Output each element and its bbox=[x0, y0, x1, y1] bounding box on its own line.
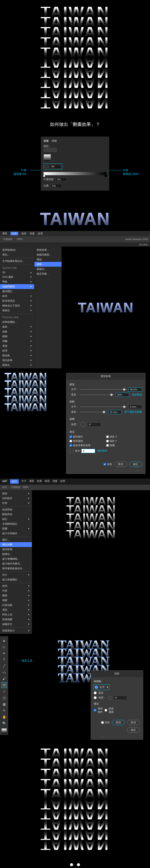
menu-item[interactable]: 對齊▸ bbox=[0, 501, 32, 505]
gradient-stop-right[interactable] bbox=[105, 175, 107, 177]
ok-button[interactable]: 確定 bbox=[129, 462, 142, 467]
opacity-value[interactable]: 100% bbox=[23, 486, 28, 489]
menu-item[interactable]: 剪裁遮色片▸ bbox=[0, 628, 32, 633]
position-input[interactable] bbox=[51, 184, 62, 188]
menu-item[interactable]: 選色... bbox=[0, 252, 34, 257]
menu-item[interactable]: 筆觸▸ bbox=[0, 339, 34, 344]
axis-angle-radio[interactable] bbox=[94, 696, 97, 699]
menu-view[interactable]: 檢視 bbox=[21, 232, 26, 235]
angle-dial-icon[interactable] bbox=[80, 422, 85, 427]
mh-slider[interactable] bbox=[80, 407, 126, 407]
menu-type[interactable]: 文字 bbox=[21, 479, 26, 484]
menu-item[interactable]: 圖樣▸ bbox=[0, 593, 32, 598]
menu-item-pathfinder[interactable]: 路徑管理員▸ bbox=[0, 299, 34, 303]
opt-obj[interactable]: 變形物件 bbox=[94, 707, 103, 714]
axis-h-radio[interactable] bbox=[95, 686, 98, 689]
menu-item[interactable]: 藝術風▸ bbox=[0, 353, 34, 358]
tab-gradient[interactable]: 漸層 bbox=[44, 139, 49, 143]
angle-dial-icon[interactable] bbox=[45, 165, 48, 168]
menu-item-expand-appearance[interactable]: 擴充外觀 bbox=[0, 542, 32, 547]
menu-item[interactable]: 製作像素級最佳化 bbox=[0, 566, 32, 571]
eraser-tool-icon[interactable]: ◫ bbox=[1, 695, 7, 701]
reflect-tool-icon[interactable]: ⟲ bbox=[1, 682, 7, 688]
menu-item[interactable]: 漸變▸ bbox=[0, 598, 32, 603]
menu-item[interactable]: 點陣化... bbox=[0, 552, 32, 557]
opt-scale-strokes[interactable]: 縮放筆畫和效果 bbox=[70, 444, 105, 447]
opt-pattern[interactable]: 變形圖樣 bbox=[105, 707, 114, 714]
submenu-item[interactable]: 粗糙效果... bbox=[34, 248, 61, 252]
menu-item[interactable]: 影像描圖▸ bbox=[0, 617, 32, 622]
copies-input[interactable] bbox=[81, 449, 95, 453]
menu-item[interactable]: 模糊▸ bbox=[0, 334, 34, 339]
opt-transform-pattern[interactable]: 變形圖樣 bbox=[70, 439, 105, 443]
menu-item-path[interactable]: 路徑▸ bbox=[0, 294, 34, 299]
ok-button[interactable]: 確定 bbox=[127, 727, 140, 733]
menu-item[interactable]: 紋理▸ bbox=[0, 348, 34, 353]
menu-item[interactable]: 像素▸ bbox=[0, 324, 34, 329]
h-slider[interactable] bbox=[80, 389, 126, 390]
menu-help[interactable]: 說明 bbox=[60, 479, 65, 484]
opt-reflect-y[interactable]: 鏡射 Y bbox=[106, 439, 142, 443]
menu-object[interactable]: 物件 bbox=[10, 479, 19, 484]
gradient-stop-left[interactable] bbox=[43, 175, 45, 177]
zoom-tool-icon[interactable]: 🔍 bbox=[1, 720, 7, 726]
mv-slider[interactable] bbox=[80, 412, 106, 412]
h-scale-input[interactable] bbox=[128, 388, 142, 392]
zoom-value[interactable]: 154.34% bbox=[139, 243, 148, 246]
v-slider[interactable] bbox=[80, 395, 114, 395]
menu-select[interactable]: 選取 bbox=[2, 232, 7, 235]
menu-item-svg[interactable]: SVG 濾鏡▸ bbox=[0, 275, 34, 279]
menu-window[interactable]: 視窗 bbox=[52, 479, 57, 484]
menu-item[interactable]: 即時上色▸ bbox=[0, 612, 32, 617]
angle-input[interactable] bbox=[87, 423, 101, 427]
menu-item[interactable]: 路徑▸ bbox=[0, 584, 32, 588]
submenu-item-transform[interactable]: 變形... bbox=[34, 262, 61, 267]
menu-item[interactable]: 排列順序▸ bbox=[0, 496, 32, 501]
cancel-button[interactable]: 取消 bbox=[127, 720, 140, 725]
menu-item[interactable]: 裁切影像 bbox=[0, 547, 32, 552]
submenu-item[interactable]: 鋸齒化... bbox=[34, 267, 61, 272]
menu-item[interactable]: 素描▸ bbox=[0, 344, 34, 348]
preview-checkbox[interactable]: 預視 bbox=[103, 462, 112, 467]
v-scale-input[interactable] bbox=[116, 393, 129, 397]
preview-checkbox[interactable]: 預視 bbox=[101, 720, 110, 725]
linear-gradient-icon[interactable] bbox=[44, 148, 48, 152]
menu-item[interactable]: 視訊效果▸ bbox=[0, 358, 34, 363]
menu-item[interactable]: 全部解除鎖定 bbox=[0, 522, 32, 526]
rect-tool-icon[interactable]: ▭ bbox=[1, 670, 7, 675]
gradient-tool-icon[interactable]: ▦ bbox=[1, 701, 7, 707]
menu-item-distort[interactable]: 扭曲與變形▸ bbox=[0, 284, 34, 289]
menu-item[interactable]: 擴充... bbox=[0, 537, 32, 542]
menu-item[interactable]: 變形▸ bbox=[0, 491, 32, 496]
menu-effect[interactable]: 效果 bbox=[10, 232, 18, 235]
menu-item[interactable]: 風格化▸ bbox=[0, 363, 34, 367]
menu-item[interactable]: 封套扭曲▸ bbox=[0, 603, 32, 608]
menu-item[interactable]: 鎖定▸ bbox=[0, 517, 32, 522]
menu-view[interactable]: 檢視 bbox=[45, 479, 50, 484]
menu-item[interactable]: 扭曲▸ bbox=[0, 329, 34, 334]
menu-effect[interactable]: 效果 bbox=[37, 479, 42, 484]
menu-item[interactable]: 解散群組 bbox=[0, 512, 32, 517]
menu-item-crop[interactable]: 裁切標記 bbox=[0, 289, 34, 294]
cancel-button[interactable]: 取消 bbox=[114, 462, 127, 467]
angle-input[interactable] bbox=[50, 164, 61, 168]
menu-item[interactable]: 建立漸層網格... bbox=[0, 557, 32, 561]
pen-tool-icon[interactable]: ✒ bbox=[1, 650, 7, 656]
angle-input[interactable] bbox=[113, 696, 127, 700]
gradient-slider[interactable] bbox=[44, 172, 106, 175]
submenu-item[interactable]: 縮攏與膨脹... bbox=[34, 252, 61, 257]
opt-transform-obj[interactable]: 變形物件 bbox=[70, 435, 105, 438]
menu-item-convert[interactable]: 轉換為以下形狀▸ bbox=[0, 303, 34, 308]
menu-item-3d[interactable]: 3D▸ bbox=[0, 270, 34, 275]
menu-item-warp[interactable]: 彎曲▸ bbox=[0, 279, 34, 284]
opt-reflect-x[interactable]: 鏡射 X bbox=[106, 435, 142, 438]
selection-tool-icon[interactable]: ▲ bbox=[1, 638, 7, 644]
opacity-value[interactable]: 100% bbox=[16, 238, 24, 241]
submenu-item[interactable]: 螺旋 bbox=[34, 257, 61, 262]
copy-button[interactable]: 拷貝 bbox=[112, 720, 125, 725]
opt-random[interactable]: 隨機 bbox=[106, 444, 142, 447]
menu-select[interactable]: 選取 bbox=[29, 479, 34, 484]
menu-item[interactable]: 文件點陣效果設定... bbox=[0, 259, 34, 264]
angle-dial-icon[interactable] bbox=[108, 696, 111, 700]
menu-window[interactable]: 視窗 bbox=[30, 232, 35, 235]
